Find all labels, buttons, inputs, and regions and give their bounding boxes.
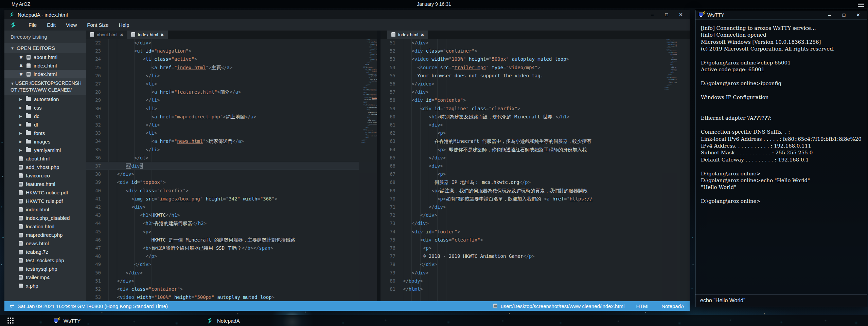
code-line[interactable]: 65 </div> [380,154,690,162]
code-line[interactable]: 24 <li class="active"> [86,55,377,63]
code-line[interactable]: 44 <h2>香港的建築伺服器</h2> [86,219,377,227]
code-line[interactable]: 26 </li> [86,72,377,80]
code-line[interactable]: 54 <source src="trailer.mp4" type="video… [380,63,690,72]
code-line[interactable]: 38 </div> [86,170,377,178]
sidebar-folder[interactable]: ▶autostation [4,95,86,103]
code-line[interactable]: 52 <div class="container"> [380,47,690,55]
code-line[interactable]: 39 <div id="topbox"> [86,178,377,186]
sidebar-folder[interactable]: ▶dl [4,120,86,129]
code-line[interactable]: 63 在香港的Minecraft 伺服器中，多為小遊戲和純生存的伺服器，較少擁有 [380,137,690,145]
sidebar-file[interactable]: mapredirect.php [4,231,86,239]
code-line[interactable]: 43 <h1>HKWTC</h1> [86,211,377,219]
code-editor-left[interactable]: 22 </div>23 <ul id="navigation">24 <li c… [86,39,377,301]
editor-tab[interactable]: index.html✖ [387,31,428,39]
code-line[interactable]: 59 <div id="tagline" class="clearfix"> [380,104,690,113]
code-line[interactable]: 53 <video width="100%" height="500px" au… [380,55,690,63]
window-controls[interactable]: –□✕ [827,12,861,18]
close-icon[interactable]: ✖ [19,55,23,60]
code-line[interactable]: 23 <ul id="navigation"> [86,47,377,55]
open-editor-item[interactable]: ✖about.html [4,53,86,61]
code-line[interactable]: 80</body> [380,277,690,285]
code-line[interactable]: 71 </div> [380,203,690,211]
notepada-titlebar[interactable]: NotepadA - index.html –□✕ [4,10,690,19]
code-line[interactable]: 68 伺服器 IP 地址為： mcs.hkwtc.org</p> [380,178,690,186]
code-line[interactable]: 29 </li> [86,96,377,104]
code-line[interactable]: 33 <li> [86,129,377,137]
code-line[interactable]: 36 </ul> [86,154,377,162]
code-line[interactable]: 78 </div> [380,260,690,268]
minimap-right[interactable]: 51 </div>52 <div class="container">53 <v… [662,39,677,301]
code-editor-right[interactable]: 51 </div>52 <div class="container">53 <v… [380,39,690,301]
code-line[interactable]: 61 <div> [380,121,690,129]
code-line[interactable]: 81</html> [359,142,377,143]
menu-font-size[interactable]: Font Size [82,20,113,30]
code-line[interactable]: 81</html> [662,89,677,90]
code-line[interactable]: 50 </div> [86,269,377,277]
close-icon[interactable]: ✖ [19,72,23,77]
code-line[interactable]: 72 </div> [380,211,690,219]
code-line[interactable]: 79 </div> [380,269,690,277]
close-icon[interactable]: ✖ [421,33,424,37]
sidebar-file[interactable]: x.php [4,282,86,290]
code-line[interactable]: 45 <p> [86,228,377,236]
sidebar-folder[interactable]: ▶css [4,103,86,112]
hamburger-menu-icon[interactable] [858,2,864,6]
code-line[interactable]: 73 </div> [380,219,690,227]
code-line[interactable]: 69 <p>請注意，我們的伺服器為確保玩家及遊玩時的質素，我們對的服器開啟 [380,187,690,195]
code-line[interactable]: 74 <div id="footer"> [380,228,690,236]
sidebar-file[interactable]: index.html [4,205,86,214]
code-line[interactable]: 51 </div> [86,277,377,285]
code-line[interactable]: 37 </div> [86,162,377,170]
code-line[interactable]: 66 <div> [380,162,690,170]
close-icon[interactable]: ✖ [161,33,163,37]
sidebar-file[interactable]: about.html [4,154,86,163]
code-line[interactable]: 62 <p> [380,129,690,137]
sidebar-file[interactable]: HKWTC notice.pdf [4,188,86,197]
terminal-input[interactable]: echo "Hello World" [695,294,867,307]
sidebar-file[interactable]: news.html [4,239,86,248]
sidebar-folder[interactable]: ▶images [4,137,86,146]
sidebar-folder[interactable]: ▶yamiyamimi [4,146,86,154]
code-line[interactable]: 34 <a href="news.html">玩家傳送門</a> [86,137,377,145]
code-line[interactable]: 57 </div> [380,88,690,96]
terminal-output[interactable]: [info] Conencting to arozos WsTTY servic… [695,20,867,294]
taskbar-item-notepada[interactable]: NotepadA [207,315,240,326]
taskbar-item-wstty[interactable]: ⚡ WsTTY [54,315,81,326]
status-datetime[interactable]: Sat Jan 09 2021 16:29:49 GMT+0800 (Hong … [18,303,168,309]
code-line[interactable]: 76 <p> [380,244,690,252]
maximize-button[interactable]: □ [841,12,847,18]
minimap-left[interactable]: 22 </div>23 <ul id="navigation">24 <li c… [359,39,377,301]
code-line[interactable]: 32 </li> [86,121,377,129]
close-button[interactable]: ✕ [678,12,684,17]
code-line[interactable]: 47 <b>你知道我們全線伺服器已轉用 SSD 了嗎？</b></span> [86,244,377,252]
code-line[interactable]: 58 <div id="contents"> [380,96,690,104]
code-line[interactable]: 27 <li> [86,80,377,88]
sidebar-folder[interactable]: ▶dc [4,112,86,120]
open-editors-section[interactable]: ▼ OPEN EDITORS [4,43,86,53]
code-line[interactable]: 48 </p> [86,252,377,260]
sidebar-file[interactable]: features.html [4,180,86,188]
sidebar-file[interactable]: add_vhost.php [4,163,86,171]
menu-edit[interactable]: Edit [42,20,61,30]
code-line[interactable]: 53 <video width="100%" height="500px" au… [86,293,377,301]
minimize-button[interactable]: – [827,12,832,18]
code-line[interactable]: 22 </div> [86,39,377,47]
code-line[interactable]: 67 <p> [380,170,690,178]
sidebar-file[interactable]: location.html [4,222,86,231]
code-line[interactable]: 64 <p> 即使你不是建築師，你也能透過紅石師或鐵路工程師的身份加入我 [380,146,690,154]
code-line[interactable]: 70 <p>如有問題或需要申請白名單，歡迎加入我們的 <a href="http… [380,195,690,203]
code-line[interactable]: 49 </div> [86,260,377,268]
status-filepath[interactable]: user:/Desktop/screenshot/test/www cleane… [501,303,624,309]
close-button[interactable]: ✕ [855,12,861,18]
sidebar-file[interactable]: favicon.ico [4,171,86,180]
sidebar-file[interactable]: test_sockets.php [4,256,86,265]
code-line[interactable]: 30 <li> [86,104,377,113]
code-line[interactable]: 31 <a href="mapredirect.php">網上地圖</a> [86,113,377,121]
close-icon[interactable]: ✖ [120,33,123,37]
code-line[interactable]: 41 <img src="images/box.png" height="342… [86,195,377,203]
sidebar-folder[interactable]: ▶fonts [4,129,86,137]
code-line[interactable]: 40 <div class="clearfix"> [86,187,377,195]
code-line[interactable]: 25 <a href="index.html">主頁</a> [86,63,377,72]
sidebar-file[interactable]: HKWTC rule.pdf [4,197,86,205]
open-editor-item[interactable]: ✖index.html [4,61,86,70]
